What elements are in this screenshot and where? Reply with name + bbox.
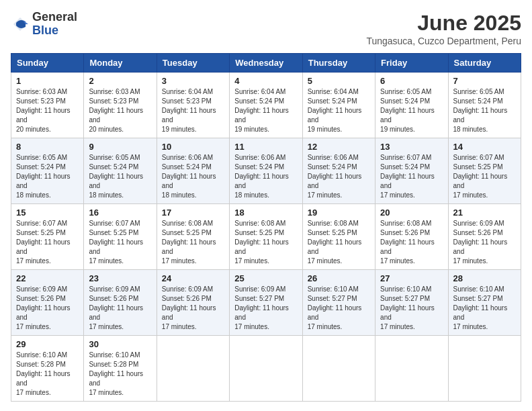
sunset-text: Sunset: 5:23 PM — [16, 97, 66, 105]
day-content: Sunrise: 6:08 AMSunset: 5:26 PMDaylight:… — [380, 219, 443, 266]
daylight-text: Daylight: 11 hours and17 minutes. — [89, 304, 143, 330]
day-content: Sunrise: 6:06 AMSunset: 5:24 PMDaylight:… — [234, 153, 297, 200]
page-header: General Blue June 2025 Tungasuca, Cuzco … — [11, 11, 521, 46]
logo-text: General Blue — [32, 11, 77, 38]
calendar-cell: 26Sunrise: 6:10 AMSunset: 5:27 PMDayligh… — [302, 270, 375, 336]
day-number: 27 — [380, 273, 443, 283]
calendar-cell: 3Sunrise: 6:04 AMSunset: 5:23 PMDaylight… — [157, 73, 229, 138]
sunrise-text: Sunrise: 6:08 AM — [234, 220, 285, 227]
calendar-week-3: 15Sunrise: 6:07 AMSunset: 5:25 PMDayligh… — [11, 204, 521, 270]
sunset-text: Sunset: 5:27 PM — [453, 295, 503, 302]
day-content: Sunrise: 6:04 AMSunset: 5:24 PMDaylight:… — [234, 87, 297, 134]
day-number: 12 — [308, 142, 370, 152]
sunrise-text: Sunrise: 6:10 AM — [453, 285, 504, 293]
daylight-text: Daylight: 11 hours and17 minutes. — [16, 238, 71, 265]
day-content: Sunrise: 6:04 AMSunset: 5:24 PMDaylight:… — [308, 87, 370, 134]
calendar-cell: 11Sunrise: 6:06 AMSunset: 5:24 PMDayligh… — [230, 138, 302, 204]
daylight-text: Daylight: 11 hours and19 minutes. — [308, 107, 362, 133]
day-content: Sunrise: 6:09 AMSunset: 5:26 PMDaylight:… — [162, 285, 224, 332]
calendar-header-saturday: Saturday — [448, 54, 521, 73]
calendar-header-tuesday: Tuesday — [157, 54, 229, 73]
daylight-text: Daylight: 11 hours and17 minutes. — [453, 238, 508, 265]
day-content: Sunrise: 6:03 AMSunset: 5:23 PMDaylight:… — [16, 87, 79, 134]
sunset-text: Sunset: 5:25 PM — [16, 229, 66, 236]
daylight-text: Daylight: 11 hours and17 minutes. — [380, 304, 435, 330]
day-number: 16 — [89, 208, 151, 218]
day-content: Sunrise: 6:06 AMSunset: 5:24 PMDaylight:… — [308, 153, 370, 200]
day-number: 22 — [16, 273, 79, 283]
calendar-header-monday: Monday — [84, 54, 157, 73]
sunset-text: Sunset: 5:27 PM — [234, 295, 284, 302]
calendar-week-1: 1Sunrise: 6:03 AMSunset: 5:23 PMDaylight… — [11, 73, 521, 138]
calendar-cell: 30Sunrise: 6:10 AMSunset: 5:28 PMDayligh… — [84, 336, 157, 402]
calendar-cell: 12Sunrise: 6:06 AMSunset: 5:24 PMDayligh… — [302, 138, 375, 204]
day-content: Sunrise: 6:07 AMSunset: 5:25 PMDaylight:… — [89, 219, 151, 266]
calendar-cell: 15Sunrise: 6:07 AMSunset: 5:25 PMDayligh… — [11, 204, 84, 270]
day-number: 17 — [162, 208, 224, 218]
daylight-text: Daylight: 11 hours and18 minutes. — [16, 173, 71, 199]
day-content: Sunrise: 6:09 AMSunset: 5:26 PMDaylight:… — [16, 285, 79, 332]
sunrise-text: Sunrise: 6:08 AM — [380, 220, 431, 227]
calendar-header-friday: Friday — [375, 54, 448, 73]
calendar-cell: 23Sunrise: 6:09 AMSunset: 5:26 PMDayligh… — [84, 270, 157, 336]
sunrise-text: Sunrise: 6:07 AM — [453, 154, 504, 161]
sunrise-text: Sunrise: 6:05 AM — [16, 154, 67, 161]
sunrise-text: Sunrise: 6:09 AM — [89, 285, 140, 293]
day-content: Sunrise: 6:07 AMSunset: 5:25 PMDaylight:… — [16, 219, 79, 266]
calendar-cell: 19Sunrise: 6:08 AMSunset: 5:25 PMDayligh… — [302, 204, 375, 270]
daylight-text: Daylight: 11 hours and19 minutes. — [234, 107, 289, 133]
logo-icon — [11, 15, 30, 34]
day-number: 23 — [89, 273, 151, 283]
daylight-text: Daylight: 11 hours and19 minutes. — [162, 107, 216, 133]
day-content: Sunrise: 6:03 AMSunset: 5:23 PMDaylight:… — [89, 87, 151, 134]
sunset-text: Sunset: 5:23 PM — [89, 97, 138, 105]
day-number: 10 — [162, 142, 224, 152]
sunset-text: Sunset: 5:24 PM — [308, 97, 357, 105]
sunrise-text: Sunrise: 6:08 AM — [308, 220, 359, 227]
daylight-text: Daylight: 11 hours and17 minutes. — [16, 370, 71, 396]
sunrise-text: Sunrise: 6:07 AM — [380, 154, 431, 161]
day-content: Sunrise: 6:07 AMSunset: 5:24 PMDaylight:… — [380, 153, 443, 200]
sunset-text: Sunset: 5:28 PM — [16, 361, 66, 368]
sunset-text: Sunset: 5:24 PM — [16, 163, 66, 171]
sunrise-text: Sunrise: 6:09 AM — [453, 220, 504, 227]
calendar-cell: 24Sunrise: 6:09 AMSunset: 5:26 PMDayligh… — [157, 270, 229, 336]
daylight-text: Daylight: 11 hours and18 minutes. — [162, 173, 216, 199]
day-number: 7 — [453, 76, 516, 86]
sunset-text: Sunset: 5:27 PM — [380, 295, 430, 302]
sunset-text: Sunset: 5:24 PM — [453, 97, 503, 105]
day-number: 1 — [16, 76, 79, 86]
sunset-text: Sunset: 5:26 PM — [380, 229, 430, 236]
sunset-text: Sunset: 5:25 PM — [234, 229, 284, 236]
day-number: 5 — [308, 76, 370, 86]
sunset-text: Sunset: 5:24 PM — [380, 97, 430, 105]
calendar-cell — [448, 336, 521, 402]
day-number: 4 — [234, 76, 297, 86]
calendar-cell: 8Sunrise: 6:05 AMSunset: 5:24 PMDaylight… — [11, 138, 84, 204]
sunrise-text: Sunrise: 6:09 AM — [234, 285, 285, 293]
daylight-text: Daylight: 11 hours and17 minutes. — [162, 238, 216, 265]
day-number: 28 — [453, 273, 516, 283]
sunrise-text: Sunrise: 6:05 AM — [380, 88, 431, 95]
calendar-header-wednesday: Wednesday — [230, 54, 302, 73]
sunrise-text: Sunrise: 6:07 AM — [16, 220, 67, 227]
day-content: Sunrise: 6:10 AMSunset: 5:27 PMDaylight:… — [308, 285, 370, 332]
calendar-cell: 5Sunrise: 6:04 AMSunset: 5:24 PMDaylight… — [302, 73, 375, 138]
sunrise-text: Sunrise: 6:03 AM — [16, 88, 67, 95]
calendar-cell: 27Sunrise: 6:10 AMSunset: 5:27 PMDayligh… — [375, 270, 448, 336]
calendar-cell: 7Sunrise: 6:05 AMSunset: 5:24 PMDaylight… — [448, 73, 521, 138]
calendar-cell: 10Sunrise: 6:06 AMSunset: 5:24 PMDayligh… — [157, 138, 229, 204]
day-number: 26 — [308, 273, 370, 283]
day-number: 18 — [234, 208, 297, 218]
daylight-text: Daylight: 11 hours and17 minutes. — [308, 238, 362, 265]
calendar-cell: 6Sunrise: 6:05 AMSunset: 5:24 PMDaylight… — [375, 73, 448, 138]
day-content: Sunrise: 6:07 AMSunset: 5:25 PMDaylight:… — [453, 153, 516, 200]
sunrise-text: Sunrise: 6:09 AM — [162, 285, 213, 293]
calendar-cell: 16Sunrise: 6:07 AMSunset: 5:25 PMDayligh… — [84, 204, 157, 270]
sunset-text: Sunset: 5:25 PM — [453, 163, 503, 171]
daylight-text: Daylight: 11 hours and17 minutes. — [234, 304, 289, 330]
calendar-cell: 21Sunrise: 6:09 AMSunset: 5:26 PMDayligh… — [448, 204, 521, 270]
daylight-text: Daylight: 11 hours and17 minutes. — [89, 238, 143, 265]
day-content: Sunrise: 6:09 AMSunset: 5:26 PMDaylight:… — [89, 285, 151, 332]
sunset-text: Sunset: 5:27 PM — [308, 295, 357, 302]
